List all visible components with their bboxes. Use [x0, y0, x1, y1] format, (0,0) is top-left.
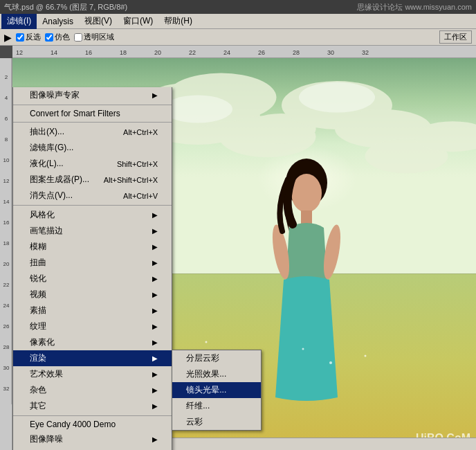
svg-point-35 [299, 82, 375, 113]
submenu-item-clouds[interactable]: 云彩 [172, 414, 261, 430]
menu-item-extract[interactable]: 抽出(X)... Alt+Ctrl+X [13, 124, 172, 140]
svg-text:6: 6 [5, 116, 8, 122]
menu-item-other[interactable]: 其它 ▶ [13, 398, 172, 414]
ruler-horizontal: 12 14 16 18 20 22 24 26 28 30 32 [12, 46, 476, 58]
photo-canvas: UiBQ.CoM 图像噪声专家 ▶ Convert for Smart Filt… [12, 58, 476, 450]
menu-item-render[interactable]: 渲染 ▶ 分层云彩 光照效果... 镜头光晕... [13, 350, 172, 366]
separator-1 [13, 105, 172, 105]
menu-item-smart-filters[interactable]: Convert for Smart Filters [13, 107, 172, 120]
menu-item-pattern-gen[interactable]: 图案生成器(P)... Alt+Shift+Ctrl+X [13, 172, 172, 188]
separator-2 [13, 122, 172, 123]
menu-analysis[interactable]: Analysis [37, 14, 79, 29]
submenu-item-lens-flare[interactable]: 镜头光晕... [172, 382, 261, 398]
menu-item-stylize[interactable]: 风格化 ▶ [13, 207, 172, 223]
svg-text:4: 4 [5, 95, 8, 101]
menu-item-eye-candy[interactable]: Eye Candy 4000 Demo [13, 417, 172, 431]
submenu-item-lighting[interactable]: 光照效果... [172, 366, 261, 382]
tool-options-bar: ▶ 反选 仿色 透明区域 工作区 [0, 29, 476, 46]
menu-item-distort[interactable]: 扭曲 ▶ [13, 255, 172, 271]
svg-text:20: 20 [3, 261, 10, 267]
menu-item-filter-gallery[interactable]: 滤镜库(G)... [13, 140, 172, 156]
touming-checkbox[interactable]: 透明区域 [74, 32, 114, 42]
menu-bar: 滤镜(I) Analysis 视图(V) 窗口(W) 帮助(H) [0, 14, 476, 29]
arrow-icon: ▶ [4, 32, 12, 43]
separator-3 [13, 205, 172, 206]
svg-text:18: 18 [3, 240, 10, 246]
svg-text:32: 32 [3, 386, 10, 392]
svg-text:8: 8 [5, 136, 8, 143]
title-bar: 气球.psd @ 66.7% (图层 7, RGB/8#) 思缘设计论坛 www… [0, 0, 476, 14]
menu-item-vanishing[interactable]: 消失点(V)... Alt+Ctrl+V [13, 188, 172, 204]
fangse-checkbox[interactable]: 仿色 [45, 32, 70, 42]
render-submenu: 分层云彩 光照效果... 镜头光晕... 纤维... [172, 350, 262, 431]
workarea-label: 工作区 [439, 30, 472, 44]
menu-item-noise[interactable]: 杂色 ▶ [13, 382, 172, 398]
menu-item-denoise[interactable]: 图像降噪 ▶ [13, 431, 172, 447]
separator-4 [13, 415, 172, 416]
menu-item-video[interactable]: 视频 ▶ [13, 287, 172, 303]
svg-point-34 [163, 96, 232, 123]
menu-item-pixelate[interactable]: 像素化 ▶ [13, 334, 172, 350]
fanxuan-checkbox[interactable]: 反选 [16, 32, 41, 42]
site-url: 思缘设计论坛 www.missyuan.com [357, 2, 472, 12]
svg-point-44 [302, 348, 304, 350]
dropdown-overlay: 图像噪声专家 ▶ Convert for Smart Filters 抽出(X)… [12, 87, 172, 450]
filter-dropdown-menu: 图像噪声专家 ▶ Convert for Smart Filters 抽出(X)… [12, 87, 172, 450]
menu-item-noise-expert[interactable]: 图像噪声专家 ▶ [13, 87, 172, 103]
menu-item-texture[interactable]: 纹理 ▶ [13, 318, 172, 334]
menu-item-blur[interactable]: 模糊 ▶ [13, 239, 172, 255]
menu-help[interactable]: 帮助(H) [158, 14, 198, 29]
ruler-vertical: 2 4 6 8 10 12 14 16 18 20 22 24 26 28 30… [0, 58, 12, 450]
svg-point-45 [329, 361, 332, 364]
svg-text:2: 2 [5, 74, 8, 80]
svg-text:30: 30 [3, 365, 10, 371]
menu-item-sketch[interactable]: 素描 ▶ [13, 303, 172, 318]
title-text: 气球.psd @ 66.7% (图层 7, RGB/8#) [4, 2, 127, 12]
menu-item-alien-nature[interactable]: Alien Skin Eye Candy 5: Nature ▶ [13, 447, 172, 450]
menu-item-artistic[interactable]: 艺术效果 ▶ [13, 366, 172, 382]
menu-item-brushstroke[interactable]: 画笔描边 ▶ [13, 223, 172, 239]
svg-text:12: 12 [3, 178, 10, 184]
submenu-item-clouds-layers[interactable]: 分层云彩 [172, 350, 261, 366]
menu-item-liquefy[interactable]: 液化(L)... Shift+Ctrl+X [13, 156, 172, 172]
svg-text:16: 16 [3, 219, 10, 226]
svg-point-37 [291, 174, 322, 213]
svg-text:24: 24 [3, 303, 10, 309]
menu-view[interactable]: 视图(V) [79, 14, 118, 29]
svg-text:14: 14 [3, 199, 10, 205]
main-area: 2 4 6 8 10 12 14 16 18 20 22 24 26 28 30… [0, 58, 476, 450]
svg-text:28: 28 [3, 344, 10, 350]
menu-item-sharpen[interactable]: 锐化 ▶ [13, 271, 172, 287]
menu-window[interactable]: 窗口(W) [118, 14, 158, 29]
svg-text:22: 22 [3, 282, 10, 288]
svg-text:10: 10 [3, 157, 10, 163]
svg-text:26: 26 [3, 323, 10, 330]
app-window: 气球.psd @ 66.7% (图层 7, RGB/8#) 思缘设计论坛 www… [0, 0, 476, 450]
svg-point-42 [205, 341, 208, 343]
menu-filter[interactable]: 滤镜(I) [1, 14, 37, 29]
submenu-item-fibers[interactable]: 纤维... [172, 398, 261, 414]
svg-point-46 [365, 355, 367, 357]
